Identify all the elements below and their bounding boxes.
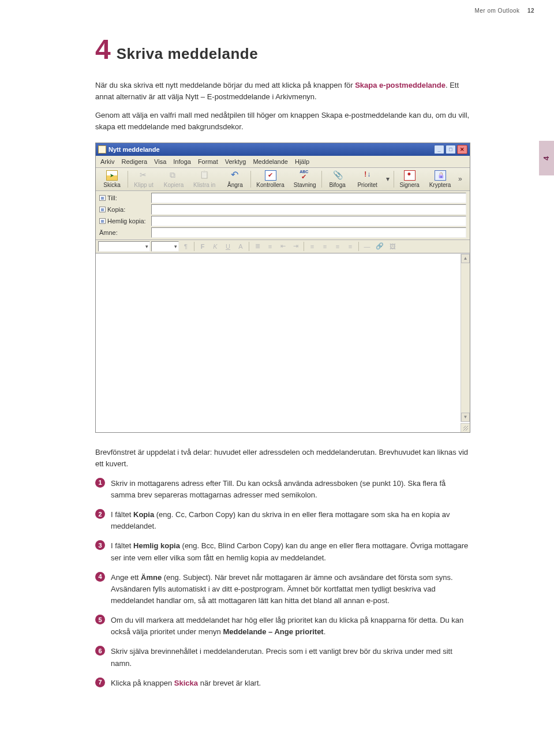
bullet-6: 6 xyxy=(95,646,105,656)
spelling-button[interactable]: Stavning xyxy=(289,169,321,189)
item-text: Skriv in mottagarens adress efter Till. … xyxy=(111,478,470,501)
page-header: Mer om Outlook 12 xyxy=(474,8,534,14)
message-body[interactable]: ▲ ▼ xyxy=(96,253,470,432)
font-select[interactable]: ▾ xyxy=(98,241,150,252)
justify-button[interactable]: ≡ xyxy=(345,241,356,252)
text-color-button[interactable]: A xyxy=(235,241,246,252)
bcc-label[interactable]: Hemlig kopia: xyxy=(99,218,151,224)
size-select[interactable]: ▾ xyxy=(151,241,179,252)
toolbar: Skicka Klipp ut Kopiera Klistra in Ångra… xyxy=(96,168,470,191)
list-item: 2 I fältet Kopia (eng. Cc, Carbon Copy) … xyxy=(95,509,470,532)
header-fields: Till: Kopia: Hemlig kopia: Ämne: xyxy=(96,191,470,240)
check-button[interactable]: Kontrollera xyxy=(252,169,289,189)
list-item: 3 I fältet Hemlig kopia (eng. Bcc, Blind… xyxy=(95,540,470,563)
spelling-icon xyxy=(299,170,310,181)
chapter-number: 4 xyxy=(95,36,111,63)
cc-field[interactable] xyxy=(151,204,466,215)
priority-chevron-icon[interactable]: ▾ xyxy=(383,175,393,183)
scissors-icon xyxy=(138,170,149,181)
maximize-button[interactable]: □ xyxy=(446,145,456,154)
bullet-2: 2 xyxy=(95,509,105,519)
send-button[interactable]: Skicka xyxy=(97,169,127,189)
image-button[interactable]: 🖼 xyxy=(387,241,398,252)
bullet-1: 1 xyxy=(95,478,105,488)
menu-meddelande[interactable]: Meddelande xyxy=(253,158,288,165)
list-item: 6 Skriv själva brevinnehållet i meddelan… xyxy=(95,646,470,669)
link-button[interactable]: 🔗 xyxy=(374,241,385,252)
intro-para-1: När du ska skriva ett nytt meddelande bö… xyxy=(95,80,470,103)
format-toolbar: ▾ ▾ ¶ F K U A ≣ ≡ ⇤ ⇥ ≡ ≡ ≡ ≡ — 🔗 🖼 xyxy=(96,240,470,253)
addressbook-icon xyxy=(99,207,106,212)
italic-button[interactable]: K xyxy=(209,241,221,252)
menu-verktyg[interactable]: Verktyg xyxy=(225,158,246,165)
item-text: Klicka på knappen Skicka när brevet är k… xyxy=(111,678,470,689)
resize-grip-icon[interactable] xyxy=(461,423,470,432)
underline-button[interactable]: U xyxy=(222,241,234,252)
menu-hjalp[interactable]: Hjälp xyxy=(295,158,309,165)
bullet-list-button[interactable]: ≡ xyxy=(264,241,276,252)
hr-button[interactable]: — xyxy=(361,241,373,252)
item-text: Ange ett Ämne (eng. Subject). När brevet… xyxy=(111,572,470,607)
align-left-button[interactable]: ≡ xyxy=(306,241,318,252)
send-icon xyxy=(106,170,118,181)
item-text: Skriv själva brevinnehållet i meddelande… xyxy=(111,646,470,669)
side-tab: 4 xyxy=(539,141,554,175)
cc-label[interactable]: Kopia: xyxy=(99,206,151,213)
menu-arkiv[interactable]: Arkiv xyxy=(100,158,114,165)
paste-icon xyxy=(199,170,210,181)
instruction-list: 1 Skriv in mottagarens adress efter Till… xyxy=(95,478,470,689)
priority-icon: !↓ xyxy=(362,170,373,181)
item-text: I fältet Kopia (eng. Cc, Carbon Copy) ka… xyxy=(111,509,470,532)
header-page: 12 xyxy=(527,8,534,14)
encrypt-icon xyxy=(435,170,446,181)
menubar: Arkiv Redigera Visa Infoga Format Verkty… xyxy=(96,156,470,168)
align-center-button[interactable]: ≡ xyxy=(319,241,331,252)
header-section: Mer om Outlook xyxy=(474,8,519,14)
vertical-scrollbar[interactable]: ▲ ▼ xyxy=(461,254,470,422)
attach-button[interactable]: Bifoga xyxy=(323,169,353,189)
sign-button[interactable]: Signera xyxy=(395,169,425,189)
addressbook-icon xyxy=(99,218,106,224)
after-para-1: Brevfönstret är uppdelat i två delar: hu… xyxy=(95,447,470,470)
titlebar: Nytt meddelande _ □ ✕ xyxy=(96,143,470,156)
list-item: 7 Klicka på knappen Skicka när brevet är… xyxy=(95,678,470,689)
align-right-button[interactable]: ≡ xyxy=(332,241,343,252)
encrypt-button[interactable]: Kryptera xyxy=(425,169,456,189)
subject-field[interactable] xyxy=(151,227,466,238)
menu-redigera[interactable]: Redigera xyxy=(121,158,147,165)
to-field[interactable] xyxy=(151,193,466,203)
indent-button[interactable]: ⇥ xyxy=(290,241,301,252)
paragraph-style-button[interactable]: ¶ xyxy=(180,241,192,252)
bullet-4: 4 xyxy=(95,572,105,582)
check-icon xyxy=(265,170,276,181)
chapter-heading: 4 Skriva meddelande xyxy=(95,36,470,63)
intro-para-2: Genom att välja en valfri mall med nedåt… xyxy=(95,110,470,133)
bcc-field[interactable] xyxy=(151,216,466,226)
scroll-down-icon[interactable]: ▼ xyxy=(461,413,470,422)
numbered-list-button[interactable]: ≣ xyxy=(252,241,263,252)
undo-button[interactable]: Ångra xyxy=(220,169,250,189)
bullet-3: 3 xyxy=(95,540,105,550)
menu-infoga[interactable]: Infoga xyxy=(173,158,191,165)
outdent-button[interactable]: ⇤ xyxy=(277,241,289,252)
copy-button[interactable]: Kopiera xyxy=(159,169,189,189)
close-button[interactable]: ✕ xyxy=(457,145,467,154)
bold-button[interactable]: F xyxy=(197,241,208,252)
toolbar-overflow-icon[interactable]: » xyxy=(455,169,465,189)
copy-icon xyxy=(168,170,179,181)
item-text: Om du vill markera att meddelandet har h… xyxy=(111,615,470,638)
minimize-button[interactable]: _ xyxy=(434,145,444,154)
main-content: 4 Skriva meddelande När du ska skriva et… xyxy=(95,36,470,697)
list-item: 5 Om du vill markera att meddelandet har… xyxy=(95,615,470,638)
to-label[interactable]: Till: xyxy=(99,194,151,201)
priority-button[interactable]: !↓Prioritet xyxy=(353,169,383,189)
window-icon xyxy=(98,145,106,154)
scroll-up-icon[interactable]: ▲ xyxy=(461,254,470,263)
paste-button[interactable]: Klistra in xyxy=(189,169,220,189)
chapter-title: Skriva meddelande xyxy=(117,45,259,63)
cut-button[interactable]: Klipp ut xyxy=(129,169,159,189)
menu-format[interactable]: Format xyxy=(198,158,218,165)
undo-icon xyxy=(229,170,241,181)
menu-visa[interactable]: Visa xyxy=(154,158,166,165)
addressbook-icon xyxy=(99,195,106,201)
